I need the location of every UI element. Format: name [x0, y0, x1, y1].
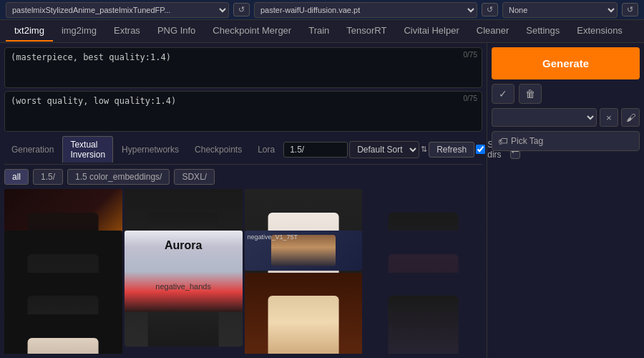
section-tab-textual-inversion[interactable]: Textual Inversion	[62, 136, 113, 163]
filter-row: all 1.5/ 1.5 color_embeddings/ SDXL/	[4, 168, 482, 186]
action-icon-row: ✓ 🗑	[492, 84, 640, 104]
right-panel: Generate ✓ 🗑 × 🖌 🏷 Pick Tag	[487, 43, 644, 358]
show-dirs-checkbox[interactable]	[476, 145, 485, 154]
positive-char-count: 0/75	[464, 51, 477, 59]
grid-item-9[interactable]	[245, 273, 363, 354]
pick-tag-button[interactable]: 🏷 Pick Tag	[492, 131, 640, 151]
sort-direction-icon[interactable]: ⇅	[421, 145, 427, 154]
tab-img2img[interactable]: img2img	[53, 21, 105, 42]
section-tab-hypernetworks[interactable]: Hypernetworks	[114, 142, 186, 158]
tab-tensorrt[interactable]: TensorRT	[338, 21, 395, 42]
main-layout: 0/75 (masterpiece, best quality:1.4) 0/7…	[0, 43, 644, 358]
filter-1.5[interactable]: 1.5/	[33, 169, 63, 185]
tab-train[interactable]: Train	[300, 21, 338, 42]
vae-refresh-btn[interactable]: ↺	[482, 3, 498, 16]
aurora-subtitle: negative_hands	[125, 282, 243, 291]
positive-prompt-input[interactable]: (masterpiece, best quality:1.4)	[5, 48, 482, 85]
positive-prompt-container: 0/75 (masterpiece, best quality:1.4)	[4, 47, 482, 88]
tab-cleaner[interactable]: Cleaner	[468, 21, 518, 42]
nav-tabs: txt2img img2img Extras PNG Info Checkpoi…	[0, 20, 644, 43]
refresh-button[interactable]: Refresh	[429, 142, 474, 158]
section-tab-checkpoints[interactable]: Checkpoints	[187, 142, 249, 158]
model-refresh-btn[interactable]: ↺	[233, 3, 250, 16]
grid-item-negative-v1[interactable]: negative_V1_75T	[245, 231, 363, 270]
aurora-card[interactable]: Aurora negative_hands	[125, 231, 243, 312]
trash-button[interactable]: 🗑	[519, 84, 542, 104]
tab-extras[interactable]: Extras	[105, 21, 149, 42]
style-input-row: × 🖌	[492, 108, 640, 127]
vae-select[interactable]: paster-waifU-diffusion.vae.pt	[254, 2, 477, 18]
negative-char-count: 0/75	[464, 95, 477, 102]
sort-select[interactable]: Default Sort	[349, 141, 419, 158]
style-select[interactable]	[492, 108, 597, 127]
top-bar: pastelmixStylizedAnime_pastelmixTunedFP.…	[0, 0, 644, 20]
grid-item-11[interactable]: ng_deepnegative_v1_7	[4, 314, 122, 354]
pick-tag-label: Pick Tag	[511, 136, 543, 146]
negative-v1-label: negative_V1_75T	[248, 233, 298, 241]
section-tab-lora[interactable]: Lora	[250, 142, 282, 158]
check-button[interactable]: ✓	[492, 84, 514, 104]
tab-settings[interactable]: Settings	[517, 21, 568, 42]
section-tabs-row: Generation Textual Inversion Hypernetwor…	[4, 135, 482, 165]
negative-prompt-input[interactable]: (worst quality, low quality:1.4)	[5, 92, 482, 129]
grid-item-10[interactable]	[364, 273, 482, 354]
model-select[interactable]: pastelmixStylizedAnime_pastelmixTunedFP.…	[6, 2, 229, 18]
image-grid: n2 Aurora negative_hands negative_V1_75T	[4, 189, 482, 354]
left-panel: 0/75 (masterpiece, best quality:1.4) 0/7…	[0, 43, 487, 358]
filter-color-embeddings[interactable]: 1.5 color_embeddings/	[67, 169, 170, 185]
tab-extensions[interactable]: Extensions	[568, 21, 631, 42]
tab-png-info[interactable]: PNG Info	[149, 21, 204, 42]
style-x-btn[interactable]: ×	[600, 108, 618, 127]
tab-checkpoint-merger[interactable]: Checkpoint Merger	[204, 21, 300, 42]
tab-civitai-helper[interactable]: Civitai Helper	[395, 21, 467, 42]
filter-sdxl[interactable]: SDXL/	[174, 169, 215, 185]
path-input[interactable]	[283, 142, 348, 158]
negative-prompt-container: 0/75 (worst quality, low quality:1.4)	[4, 91, 482, 132]
aurora-title: Aurora	[125, 239, 243, 252]
style-brush-btn[interactable]: 🖌	[621, 108, 640, 127]
generate-button[interactable]: Generate	[492, 47, 640, 79]
tab-txt2img[interactable]: txt2img	[6, 21, 53, 42]
extra-refresh-btn[interactable]: ↺	[622, 3, 638, 16]
tag-icon: 🏷	[498, 135, 508, 147]
filter-all[interactable]: all	[4, 169, 29, 185]
section-tab-generation[interactable]: Generation	[4, 142, 61, 158]
extra-select[interactable]: None	[502, 2, 618, 18]
